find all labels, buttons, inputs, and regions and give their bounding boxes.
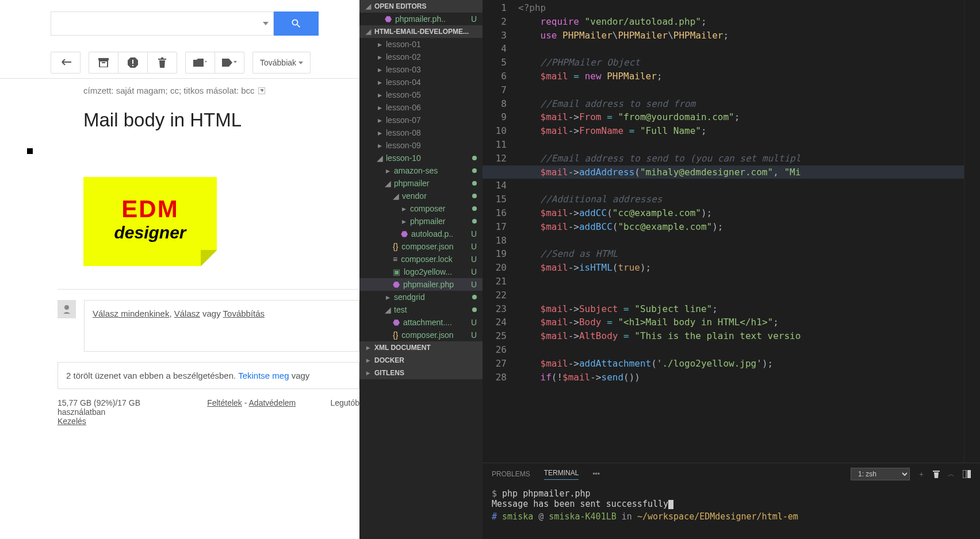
- svg-rect-4: [132, 60, 133, 64]
- shell-select[interactable]: 1: zsh: [851, 468, 910, 480]
- folder-phpmailer[interactable]: ◢phpmailer: [359, 177, 483, 190]
- folder-lesson-06[interactable]: ▸lesson-06: [359, 101, 483, 114]
- folder-lesson-07[interactable]: ▸lesson-07: [359, 114, 483, 126]
- open-editor-item[interactable]: ⬣phpmailer.ph..U: [359, 13, 483, 25]
- trash-icon: [933, 470, 940, 478]
- label-button[interactable]: [215, 52, 244, 74]
- more-button[interactable]: Továbbiak: [252, 52, 311, 74]
- open-editors-header[interactable]: ◢OPEN EDITORS: [359, 0, 483, 13]
- terminal-tab[interactable]: TERMINAL: [544, 469, 579, 480]
- dropdown-icon[interactable]: [263, 22, 269, 25]
- code-content[interactable]: <?php require "vendor/autoload.php"; use…: [518, 0, 964, 463]
- folder-icon: [193, 59, 207, 67]
- manage-link[interactable]: Kezelés: [58, 417, 86, 426]
- folder-lesson-10[interactable]: ◢lesson-10: [359, 152, 483, 164]
- file-phpmailer-php[interactable]: ⬣phpmailer.phpU: [359, 278, 483, 291]
- folder-vendor[interactable]: ◢vendor: [359, 190, 483, 202]
- delete-button[interactable]: [147, 52, 177, 74]
- archive-button[interactable]: [89, 52, 118, 74]
- gmail-pane: Továbbiak címzett: saját magam; cc; titk…: [0, 0, 359, 539]
- marker: [27, 148, 33, 154]
- reply-link[interactable]: Válasz: [174, 309, 200, 318]
- file-logo[interactable]: ▣logo2yellow...U: [359, 265, 483, 278]
- file-autoload[interactable]: ⬣autoload.p..U: [359, 228, 483, 240]
- folder-lesson-08[interactable]: ▸lesson-08: [359, 126, 483, 139]
- search-button[interactable]: [274, 11, 319, 36]
- editor-area: 1234567891011121314151617181920212223242…: [483, 0, 980, 539]
- svg-rect-7: [161, 57, 163, 59]
- file-composer-json[interactable]: {}composer.jsonU: [359, 240, 483, 253]
- svg-rect-9: [933, 471, 940, 472]
- folder-test[interactable]: ◢test: [359, 303, 483, 316]
- maximize-button[interactable]: ︿: [948, 469, 955, 479]
- folder-composer[interactable]: ▸composer: [359, 202, 483, 215]
- file-composer-json2[interactable]: {}composer.jsonU: [359, 329, 483, 341]
- spam-button[interactable]: [118, 52, 148, 74]
- gitlens-section[interactable]: ▸GITLENS: [359, 367, 483, 379]
- file-composer-lock[interactable]: ≡composer.lockU: [359, 253, 483, 265]
- folder-lesson-01[interactable]: ▸lesson-01: [359, 38, 483, 51]
- last-activity: Legutób: [330, 398, 359, 426]
- deleted-notice: 2 törölt üzenet van ebben a beszélgetésb…: [58, 362, 359, 389]
- split-icon: [963, 470, 971, 478]
- svg-rect-11: [967, 470, 971, 478]
- edm-logo-image: EDM designer: [83, 177, 217, 266]
- explorer-panel: ◢OPEN EDITORS ⬣phpmailer.ph..U ◢HTML-EMA…: [359, 0, 483, 539]
- archive-icon: [98, 58, 109, 67]
- minimap[interactable]: [964, 0, 980, 463]
- reply-section: Válasz mindenkinek, Válasz vagy Továbbít…: [58, 289, 359, 352]
- docker-section[interactable]: ▸DOCKER: [359, 354, 483, 367]
- panel-tabs: PROBLEMS TERMINAL ••• 1: zsh ＋ ︿: [483, 463, 980, 485]
- line-numbers: 1234567891011121314151617181920212223242…: [483, 0, 518, 463]
- svg-point-8: [64, 305, 69, 310]
- folder-sendgrid[interactable]: ▸sendgrid: [359, 291, 483, 303]
- terms-link[interactable]: Feltételek: [207, 398, 242, 407]
- back-icon: [60, 59, 71, 66]
- terminal-content[interactable]: $ php phpmailer.php Message has been sen…: [483, 485, 980, 539]
- avatar-icon: [58, 300, 76, 318]
- folder-lesson-05[interactable]: ▸lesson-05: [359, 88, 483, 101]
- svg-rect-2: [102, 62, 105, 63]
- privacy-link[interactable]: Adatvédelem: [249, 398, 296, 407]
- footer-links: Feltételek - Adatvédelem: [207, 398, 296, 426]
- svg-rect-5: [132, 65, 133, 66]
- folder-lesson-03[interactable]: ▸lesson-03: [359, 63, 483, 76]
- kill-terminal-button[interactable]: [933, 470, 940, 478]
- search-icon: [290, 18, 302, 29]
- mail-body: címzett: saját magam; cc; titkos másolat…: [0, 79, 359, 389]
- workspace-header[interactable]: ◢HTML-EMAIL-DEVELOPME...: [359, 25, 483, 38]
- expand-icon[interactable]: [258, 87, 265, 94]
- view-deleted-link[interactable]: Tekintse meg: [238, 371, 289, 380]
- svg-rect-10: [963, 470, 966, 478]
- code-editor[interactable]: 1234567891011121314151617181920212223242…: [483, 0, 980, 463]
- back-button[interactable]: [51, 52, 81, 74]
- folder-lesson-02[interactable]: ▸lesson-02: [359, 51, 483, 63]
- more-tabs[interactable]: •••: [592, 470, 600, 478]
- reply-input[interactable]: Válasz mindenkinek, Válasz vagy Továbbít…: [84, 300, 359, 352]
- xml-section[interactable]: ▸XML DOCUMENT: [359, 341, 483, 354]
- svg-rect-0: [98, 58, 109, 60]
- folder-lesson-04[interactable]: ▸lesson-04: [359, 76, 483, 88]
- bottom-panel: PROBLEMS TERMINAL ••• 1: zsh ＋ ︿ $ php p…: [483, 463, 980, 539]
- reply-all-link[interactable]: Válasz mindenkinek: [93, 309, 169, 318]
- folder-lesson-09[interactable]: ▸lesson-09: [359, 139, 483, 152]
- svg-rect-1: [99, 61, 108, 67]
- folder-phpmailer-vendor[interactable]: ▸phpmailer: [359, 215, 483, 228]
- move-button[interactable]: [185, 52, 215, 74]
- trash-icon: [158, 57, 166, 68]
- file-attachment[interactable]: ⬣attachment....U: [359, 316, 483, 329]
- storage-info: 15,77 GB (92%)/17 GB használatban Kezelé…: [58, 398, 173, 426]
- forward-link[interactable]: Továbbítás: [223, 309, 265, 318]
- mail-toolbar: Továbbiak: [0, 47, 359, 79]
- vscode-pane: ◢OPEN EDITORS ⬣phpmailer.ph..U ◢HTML-EMA…: [359, 0, 980, 539]
- search-bar: [0, 0, 359, 47]
- recipients-line: címzett: saját magam; cc; titkos másolat…: [83, 86, 359, 95]
- folder-amazon-ses[interactable]: ▸amazon-ses: [359, 164, 483, 177]
- new-terminal-button[interactable]: ＋: [918, 469, 925, 479]
- split-button[interactable]: [963, 470, 971, 478]
- search-input[interactable]: [51, 11, 274, 36]
- label-icon: [222, 59, 237, 67]
- svg-rect-6: [158, 59, 166, 60]
- mail-subject: Mail body in HTML: [83, 109, 359, 131]
- problems-tab[interactable]: PROBLEMS: [492, 470, 530, 478]
